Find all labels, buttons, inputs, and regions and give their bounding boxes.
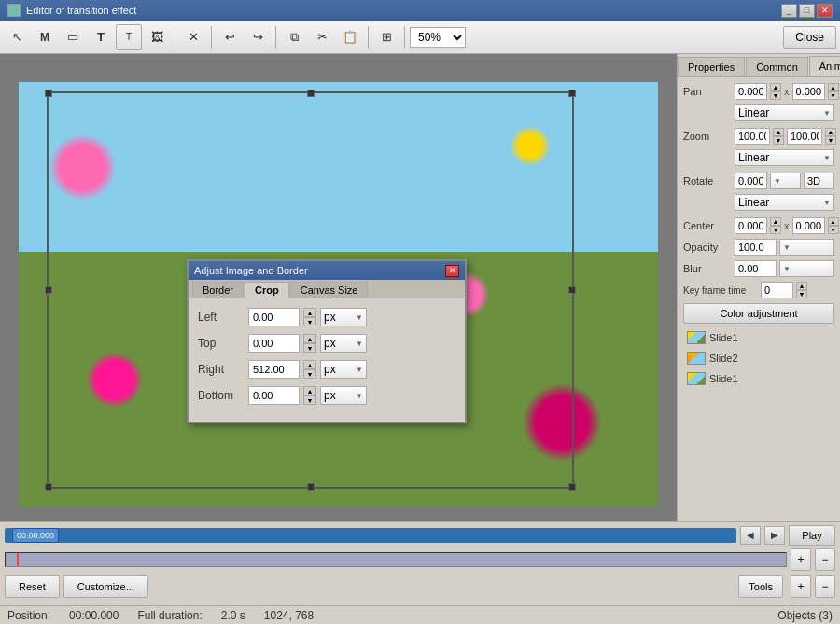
add-item-button[interactable]: +: [791, 575, 811, 598]
select-tool-button[interactable]: ↖: [4, 24, 30, 50]
play-button[interactable]: Play: [789, 525, 835, 546]
timeline-track[interactable]: 00:00.000: [5, 528, 736, 543]
zoom-x-spin-up[interactable]: ▲: [773, 128, 784, 136]
opacity-dropdown[interactable]: ▼: [779, 239, 834, 256]
toolbar-sep-5: [404, 26, 405, 49]
timeline-remove-button[interactable]: −: [815, 548, 835, 571]
grid-button[interactable]: ⊞: [373, 24, 399, 50]
center-x-spin-down[interactable]: ▼: [770, 226, 781, 234]
pan-x-spin-up[interactable]: ▲: [770, 83, 781, 91]
undo-button[interactable]: ↩: [217, 24, 243, 50]
zoom-linear-dropdown[interactable]: Linear ▼: [735, 149, 834, 166]
right-unit-dropdown[interactable]: px ▼: [320, 360, 367, 379]
zoom-x-input[interactable]: [735, 128, 770, 145]
customize-button[interactable]: Customize...: [63, 575, 148, 598]
canvas-area[interactable]: Adjust Image and Border ✕ Border Crop Ca…: [0, 54, 677, 521]
top-input[interactable]: [248, 334, 300, 353]
pan-label: Pan: [683, 86, 732, 97]
bottom-spin-down[interactable]: ▼: [303, 395, 316, 405]
timeline-track-background[interactable]: [5, 552, 787, 567]
zoom-y-spin-up[interactable]: ▲: [825, 128, 836, 136]
dialog-tab-crop[interactable]: Crop: [245, 282, 289, 298]
image-tool-button[interactable]: 🖼: [144, 24, 170, 50]
redo-button[interactable]: ↪: [245, 24, 271, 50]
right-spin-down[interactable]: ▼: [303, 369, 316, 379]
bottom-spin-up[interactable]: ▲: [303, 386, 316, 395]
pan-x-spin-down[interactable]: ▼: [770, 91, 781, 100]
timeline-add-button[interactable]: +: [791, 548, 811, 571]
right-input[interactable]: [248, 360, 300, 379]
main-container: Adjust Image and Border ✕ Border Crop Ca…: [0, 54, 840, 521]
pan-x-input[interactable]: [735, 83, 767, 100]
rotate-input[interactable]: [735, 173, 767, 189]
center-y-spin-up[interactable]: ▲: [828, 217, 839, 226]
timeline-prev-button[interactable]: ◀: [740, 526, 761, 545]
copy-button[interactable]: ⧉: [281, 24, 307, 50]
timeline-next-button[interactable]: ▶: [764, 526, 785, 545]
delete-button[interactable]: ✕: [180, 24, 206, 50]
pan-y-spin-down[interactable]: ▼: [828, 91, 839, 100]
center-x-input[interactable]: [735, 217, 767, 234]
opacity-input[interactable]: [735, 239, 777, 256]
left-spin-down[interactable]: ▼: [303, 317, 316, 326]
zoom-y-input[interactable]: [787, 128, 822, 145]
rotate-3d-button[interactable]: 3D: [804, 173, 834, 189]
tab-properties[interactable]: Properties: [678, 57, 745, 76]
rotate-dropdown[interactable]: ▼: [770, 173, 801, 189]
top-unit-dropdown[interactable]: px ▼: [320, 334, 367, 353]
rotate-linear-dropdown[interactable]: Linear ▼: [735, 194, 834, 211]
window-controls: _ □ ✕: [781, 4, 833, 18]
maximize-button[interactable]: □: [799, 4, 815, 18]
reset-button[interactable]: Reset: [5, 575, 60, 598]
left-input[interactable]: [248, 308, 300, 326]
tab-animation[interactable]: Animation: [809, 56, 840, 76]
timeline-row: + −: [0, 548, 840, 571]
keyframe-input[interactable]: [761, 282, 793, 298]
color-adjustment-button[interactable]: Color adjustment: [683, 303, 834, 324]
center-x-spin-up[interactable]: ▲: [770, 217, 781, 226]
slide-item-1[interactable]: Slide1: [683, 328, 834, 347]
adjust-dialog[interactable]: Adjust Image and Border ✕ Border Crop Ca…: [187, 259, 467, 423]
zoom-y-spin-down[interactable]: ▼: [825, 136, 836, 145]
pan-linear-dropdown[interactable]: Linear ▼: [735, 104, 834, 121]
dialog-close-button[interactable]: ✕: [445, 265, 459, 277]
top-unit-arrow: ▼: [356, 340, 363, 348]
keyframe-spin-up[interactable]: ▲: [796, 282, 807, 290]
top-spin-down[interactable]: ▼: [303, 343, 316, 353]
zoom-x-spin-down[interactable]: ▼: [773, 136, 784, 145]
keyframe-spin-down[interactable]: ▼: [796, 290, 807, 298]
dialog-tab-border[interactable]: Border: [192, 282, 244, 298]
pan-y-input[interactable]: [792, 83, 825, 100]
slide-item-3[interactable]: Slide1: [683, 369, 834, 388]
m-tool-button[interactable]: M: [32, 24, 58, 50]
top-spinner: ▲ ▼: [303, 334, 316, 353]
text2-tool-button[interactable]: T: [116, 24, 142, 50]
dialog-tab-canvas-size[interactable]: Canvas Size: [290, 282, 369, 298]
paste-button[interactable]: 📋: [337, 24, 363, 50]
bottom-input[interactable]: [248, 386, 300, 405]
bottom-unit-value: px: [324, 389, 336, 402]
tab-common[interactable]: Common: [746, 57, 808, 76]
blur-input[interactable]: [735, 260, 777, 277]
rectangle-tool-button[interactable]: ▭: [60, 24, 86, 50]
right-spin-up[interactable]: ▲: [303, 360, 316, 369]
top-spin-up[interactable]: ▲: [303, 334, 316, 343]
minimize-button[interactable]: _: [781, 4, 797, 18]
bottom-unit-dropdown[interactable]: px ▼: [320, 386, 367, 405]
center-y-input[interactable]: [792, 217, 825, 234]
remove-item-button[interactable]: −: [815, 575, 835, 598]
blur-dropdown[interactable]: ▼: [779, 260, 834, 277]
left-spin-up[interactable]: ▲: [303, 308, 316, 317]
tools-button[interactable]: Tools: [738, 575, 783, 598]
cut-button[interactable]: ✂: [309, 24, 335, 50]
left-unit-dropdown[interactable]: px ▼: [320, 308, 367, 326]
timeline-area: 00:00.000 ◀ ▶ Play + − Reset Customize..…: [0, 521, 840, 605]
pan-y-spin-up[interactable]: ▲: [828, 83, 839, 91]
center-y-spin-down[interactable]: ▼: [828, 226, 839, 234]
text-tool-button[interactable]: T: [88, 24, 114, 50]
top-unit-value: px: [324, 337, 336, 350]
zoom-select[interactable]: 50% 100% 75%: [410, 27, 466, 48]
close-window-button[interactable]: ✕: [817, 4, 833, 18]
close-editor-button[interactable]: Close: [783, 26, 836, 49]
slide-item-2[interactable]: Slide2: [683, 349, 834, 367]
